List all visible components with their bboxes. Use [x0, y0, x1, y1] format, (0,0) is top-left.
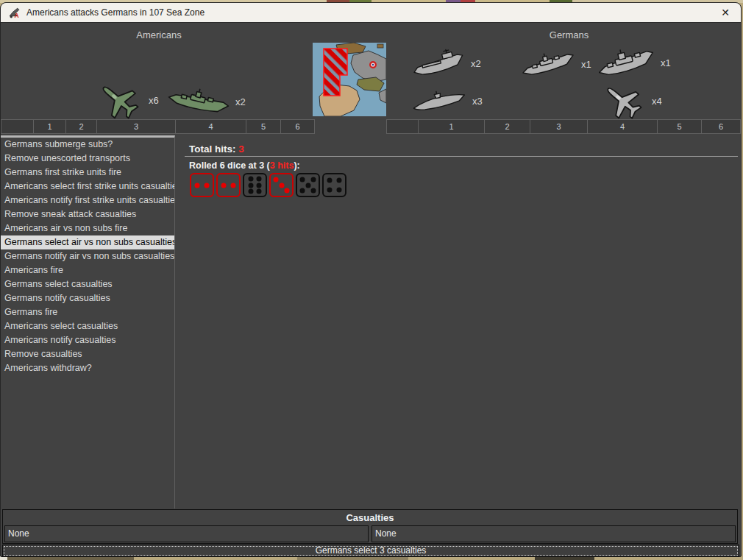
total-hits-value: 3: [238, 143, 244, 155]
window-title: Americans attacks Germans in 107 Sea Zon…: [26, 7, 205, 18]
roll-column-4: 4: [587, 119, 657, 134]
battle-step-item[interactable]: Americans notify first strike units casu…: [1, 194, 174, 208]
casualties-attacker-panel: None: [4, 525, 369, 542]
unit-count: x3: [472, 96, 483, 107]
battle-step-item[interactable]: Americans select casualties: [1, 319, 174, 333]
battle-steps-list: Germans submerge subs?Remove unescorted …: [1, 135, 175, 508]
screen: A Americans attacks Germans in 107 Sea Z…: [0, 0, 743, 560]
battle-step-item[interactable]: Germans fire: [1, 305, 174, 319]
casualties-defender-panel: None: [372, 525, 736, 542]
battle-step-item[interactable]: Germans first strike units fire: [1, 166, 174, 180]
unit-count: x1: [661, 57, 671, 68]
close-icon[interactable]: ✕: [717, 7, 733, 18]
app-icon: A: [8, 7, 21, 19]
roll-column-2: 2: [484, 119, 530, 134]
roll-column-5: 5: [657, 119, 701, 134]
defender-unit-battleship: x1: [597, 44, 671, 81]
roll-column-2: 2: [65, 119, 96, 134]
unit-count: x2: [235, 96, 246, 107]
die-5-miss: [296, 173, 320, 197]
die-4-miss: [322, 173, 346, 197]
fighter-icon: [598, 80, 647, 121]
battle-step-item[interactable]: Germans notify casualties: [1, 291, 174, 305]
total-hits-line: Total hits: 3: [189, 143, 244, 155]
attacker-roll-strip: 123456: [1, 119, 315, 134]
defender-unit-fighter: x4: [598, 80, 662, 121]
unit-count: x1: [581, 59, 591, 70]
defender-unit-transport: x2: [411, 44, 481, 82]
fighter-icon: [93, 79, 143, 121]
casualties-title: Casualties: [3, 510, 737, 525]
defender-unit-submarine: x3: [411, 85, 483, 116]
rolled-prefix: Rolled 6 dice at 3 (: [189, 160, 270, 171]
roll-column-3: 3: [530, 119, 587, 134]
attacker-unit-cruiser: x2: [167, 84, 246, 119]
transport-icon: [411, 44, 466, 82]
hits-divider: [185, 156, 738, 157]
battle-step-item[interactable]: Remove sneak attack casualties: [1, 208, 174, 221]
total-hits-label: Total hits:: [189, 143, 236, 155]
battle-step-item[interactable]: Remove unescorted transports: [1, 152, 174, 166]
roll-column-blank: [1, 119, 33, 134]
battle-step-item[interactable]: Germans select casualties: [1, 277, 174, 291]
battle-step-item[interactable]: Germans select air vs non subs casualtie…: [1, 235, 174, 249]
battle-step-item[interactable]: Germans notify air vs non subs casualtie…: [1, 249, 174, 263]
die-3-hit: [269, 173, 294, 197]
rolled-suffix: ):: [294, 160, 299, 171]
battle-step-item[interactable]: Germans submerge subs?: [1, 138, 174, 152]
dice-row: [190, 173, 346, 197]
roll-column-6: 6: [701, 119, 741, 134]
roll-column-1: 1: [33, 119, 65, 134]
svg-text:A: A: [15, 12, 19, 19]
defender-unit-cruiser: x1: [520, 47, 591, 81]
battle-step-item[interactable]: Americans notify casualties: [1, 333, 174, 347]
submarine-icon: [411, 85, 467, 116]
attacker-label: Americans: [111, 29, 207, 40]
die-6-miss: [243, 173, 267, 197]
cruiser-icon: [167, 84, 230, 119]
die-2-hit: [216, 173, 241, 197]
battle-step-item[interactable]: Americans withdraw?: [1, 361, 174, 375]
rolled-hits: 3 hits: [270, 160, 294, 171]
unit-count: x6: [149, 95, 159, 106]
unit-count: x2: [471, 58, 481, 69]
roll-column-3: 3: [96, 119, 175, 134]
sea-zone-map: [313, 43, 386, 116]
battleship-icon: [597, 44, 655, 81]
battle-window: A Americans attacks Germans in 107 Sea Z…: [0, 2, 742, 557]
rolled-dice-line: Rolled 6 dice at 3 (3 hits):: [189, 160, 300, 171]
roll-column-blank: [386, 119, 418, 134]
cruiser-icon: [520, 47, 576, 81]
die-2-hit: [190, 173, 214, 197]
title-bar[interactable]: A Americans attacks Germans in 107 Sea Z…: [1, 3, 741, 23]
battle-step-item[interactable]: Americans fire: [1, 263, 174, 277]
defender-roll-strip: 123456: [386, 119, 741, 134]
battle-step-item[interactable]: Remove casualties: [1, 347, 174, 361]
battle-step-item[interactable]: Americans select first strike units casu…: [1, 180, 174, 194]
casualties-box: Casualties None None: [2, 509, 738, 544]
roll-column-5: 5: [246, 119, 280, 134]
battle-step-item[interactable]: Americans air vs non subs fire: [1, 221, 174, 235]
select-casualties-button[interactable]: Germans select 3 casualties: [2, 545, 739, 557]
roll-column-6: 6: [280, 119, 315, 134]
roll-column-1: 1: [418, 119, 484, 134]
attacker-unit-fighter: x6: [93, 79, 159, 121]
unit-count: x4: [652, 96, 662, 107]
roll-column-4: 4: [175, 119, 246, 134]
defender-label: Germans: [523, 29, 615, 40]
